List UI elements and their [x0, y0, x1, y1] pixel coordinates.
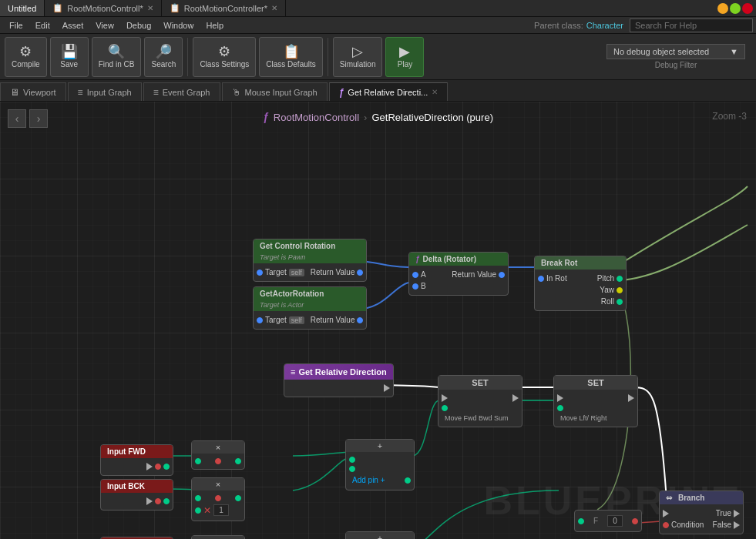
- minimize-button[interactable]: [717, 3, 728, 14]
- node-input-fwd[interactable]: Input FWD: [100, 444, 173, 476]
- node-set-movelft[interactable]: SET Move Lft/ Right: [553, 375, 638, 427]
- class-defaults-button[interactable]: 📋 Class Defaults: [259, 37, 322, 77]
- node-input-bck[interactable]: Input BCK: [100, 479, 173, 511]
- debug-object-label: No debug object selected: [613, 47, 709, 56]
- pin-roll-dot: [617, 299, 623, 305]
- node-subtitle: Target is Pawn: [260, 253, 305, 261]
- menu-view[interactable]: View: [89, 19, 120, 32]
- node-header: ×: [192, 441, 244, 454]
- value-box[interactable]: 1: [213, 504, 229, 516]
- node-title: Get Relative Direction: [298, 367, 386, 377]
- pin-row-b: [346, 464, 414, 474]
- tab-close-icon[interactable]: ✕: [432, 88, 438, 96]
- save-button[interactable]: 💾 Save: [50, 37, 89, 77]
- simulation-button[interactable]: ▷ Simulation: [333, 37, 383, 77]
- menu-debug[interactable]: Debug: [120, 19, 157, 32]
- node-body: Add pin +: [346, 452, 414, 490]
- pin-return-label: Return Value: [311, 316, 355, 324]
- node-delta-rotator[interactable]: ƒ Delta (Rotator) A Return Value B: [408, 252, 509, 296]
- pin-pitch-label: Pitch: [597, 274, 614, 283]
- play-button[interactable]: ▶ Play: [385, 37, 424, 77]
- node-set-movefwd[interactable]: SET Move Fwd Bwd Sum: [438, 375, 522, 427]
- title-tab-untitled[interactable]: Untitled: [0, 0, 45, 16]
- find-label: Find in CB: [99, 60, 135, 69]
- node-body: [101, 493, 173, 510]
- compile-icon: ⚙: [19, 45, 32, 59]
- pin-exec-in: [442, 394, 448, 402]
- node-body: Move Lft/ Right: [554, 390, 637, 427]
- node-multiply-fwd[interactable]: ×: [191, 440, 245, 470]
- tab-get-relative[interactable]: ƒ Get Relative Directi... ✕: [329, 82, 449, 101]
- pin-exec-in: [557, 394, 563, 402]
- pin-row-target: Target self Return Value: [254, 314, 366, 326]
- node-get-actor-rotation[interactable]: GetActorRotation Target is Actor Target …: [253, 286, 367, 330]
- tab-event-graph[interactable]: ≡ Event Graph: [143, 82, 220, 101]
- node-header: ≡ Get Relative Direction: [284, 364, 393, 380]
- f-label: F: [593, 517, 598, 525]
- breadcrumb: ƒ RootMotionControll › GetRelativeDirect…: [263, 111, 493, 123]
- search-help-input[interactable]: [630, 18, 753, 32]
- close-icon[interactable]: ✕: [271, 4, 277, 12]
- canvas-area[interactable]: ‹ › ƒ RootMotionControll › GetRelativeDi…: [0, 102, 756, 539]
- pin-exec-left: [557, 394, 563, 402]
- pin-row-a: A Return Value: [409, 269, 508, 280]
- menu-help[interactable]: Help: [200, 19, 230, 32]
- pin-val-dot: [442, 405, 448, 411]
- pin-cond-label: Condition: [671, 521, 704, 529]
- pin-exec-out: [512, 394, 519, 402]
- node-branch[interactable]: ⇔ Branch True Condition False: [659, 490, 744, 534]
- breadcrumb-class[interactable]: RootMotionControll: [274, 112, 359, 123]
- node-body: [284, 380, 393, 397]
- dropdown-arrow-icon: ▼: [730, 47, 738, 56]
- pin-return-dot: [499, 272, 505, 278]
- node-add-rightlft[interactable]: + Add pin +: [345, 531, 415, 539]
- node-header: ×: [192, 478, 244, 490]
- pin-val-dot: [557, 405, 563, 411]
- simulation-icon: ▷: [352, 45, 363, 59]
- node-multiply-right[interactable]: ×: [191, 535, 245, 539]
- tab-mouse-input-graph[interactable]: 🖱 Mouse Input Graph: [222, 82, 328, 101]
- tab-input-graph[interactable]: ≡ Input Graph: [68, 82, 142, 101]
- menu-asset[interactable]: Asset: [56, 19, 90, 32]
- debug-object-dropdown[interactable]: No debug object selected ▼: [606, 44, 745, 59]
- pin-val-left: [557, 405, 563, 411]
- close-icon[interactable]: ✕: [147, 4, 153, 12]
- compile-button[interactable]: ⚙ Compile: [5, 37, 47, 77]
- value-box[interactable]: 0: [607, 515, 623, 527]
- search-button[interactable]: 🔎 Search: [144, 37, 183, 77]
- node-get-control-rotation[interactable]: Get Control Rotation Target is Pawn Targ…: [253, 239, 367, 282]
- maximize-button[interactable]: [730, 3, 741, 14]
- node-multiply-bck[interactable]: × ✕ 1: [191, 477, 245, 521]
- pin-inrot-dot: [538, 276, 544, 282]
- menu-edit[interactable]: Edit: [29, 19, 56, 32]
- menu-bar: File Edit Asset View Debug Window Help P…: [0, 17, 756, 34]
- title-tab-rootmotion1[interactable]: 📋 RootMotionControll* ✕: [45, 0, 161, 16]
- find-in-cb-button[interactable]: 🔍 Find in CB: [92, 37, 142, 77]
- node-float-f[interactable]: F 0: [574, 510, 642, 532]
- node-body: ✕ 1: [192, 490, 244, 521]
- tab-bar: 🖥 Viewport ≡ Input Graph ≡ Event Graph 🖱…: [0, 80, 756, 102]
- node-add-fwdbck[interactable]: + Add pin +: [345, 439, 415, 490]
- node-get-relative-direction[interactable]: ≡ Get Relative Direction: [284, 363, 394, 397]
- pin-row-yaw: Yaw: [535, 284, 626, 296]
- window-controls: [717, 3, 756, 14]
- pin-row: [192, 494, 244, 503]
- title-tab-label: RootMotionControll*: [67, 4, 143, 13]
- pin-a: [349, 457, 355, 463]
- close-button[interactable]: [742, 3, 753, 14]
- node-break-rot[interactable]: Break Rot In Rot Pitch Yaw: [534, 256, 627, 311]
- class-defaults-label: Class Defaults: [266, 60, 315, 69]
- pin-false-right: False: [713, 521, 740, 529]
- nav-back-button[interactable]: ‹: [8, 109, 26, 128]
- menu-window[interactable]: Window: [157, 19, 200, 32]
- pin-b-left: B: [412, 282, 426, 290]
- menu-file[interactable]: File: [3, 19, 29, 32]
- nav-forward-button[interactable]: ›: [29, 109, 48, 128]
- title-tab-rootmotion2[interactable]: 📋 RootMotionController* ✕: [162, 0, 286, 16]
- pin-true-right: True: [716, 509, 740, 517]
- tab-viewport[interactable]: 🖥 Viewport: [0, 82, 66, 101]
- add-pin-button[interactable]: Add pin +: [349, 475, 388, 485]
- title-tab-label: Untitled: [8, 4, 36, 13]
- pin-row-exec: [438, 393, 522, 403]
- class-settings-button[interactable]: ⚙ Class Settings: [193, 37, 256, 77]
